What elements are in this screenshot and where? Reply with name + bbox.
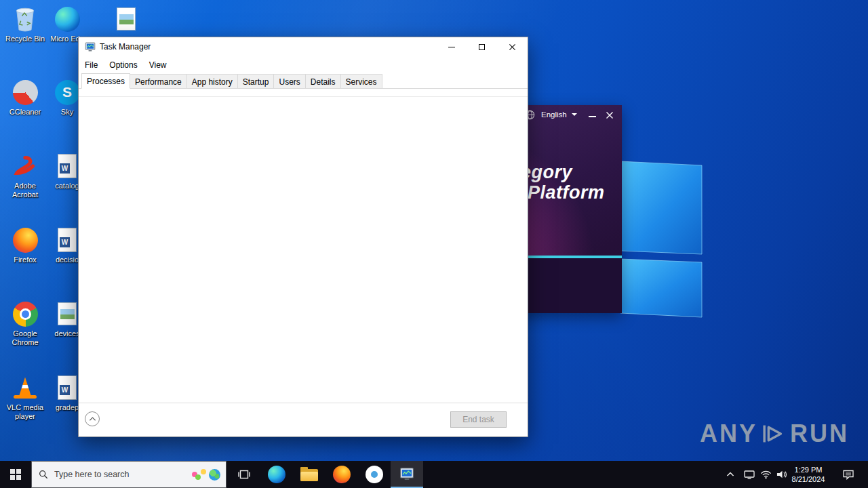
installer-minimize-button[interactable] <box>589 116 596 117</box>
search-input[interactable] <box>54 470 192 479</box>
clock-time: 1:29 PM <box>785 465 831 474</box>
taskbar-app-circle-button[interactable] <box>358 461 391 488</box>
end-task-button[interactable]: End task <box>450 411 507 428</box>
details-toggle-button[interactable] <box>85 411 100 426</box>
taskbar-clock[interactable]: 1:29 PM 8/21/2024 <box>785 465 831 484</box>
taskbar: 1:29 PM 8/21/2024 <box>0 461 868 488</box>
watermark-text-left: ANY <box>700 420 757 448</box>
task-manager-icon <box>399 466 415 481</box>
file-explorer-icon <box>300 468 318 481</box>
menu-bar: File Options View <box>79 56 528 73</box>
tab-services[interactable]: Services <box>340 74 382 88</box>
title-bar: Task Manager <box>79 37 528 56</box>
google-chrome-icon <box>12 300 39 327</box>
desktop-icon-firefox[interactable]: Firefox <box>3 226 47 264</box>
taskbar-task-manager-button[interactable] <box>391 461 423 488</box>
picture-file-icon <box>54 300 81 327</box>
chevron-up-icon <box>89 416 96 422</box>
tab-processes[interactable]: Processes <box>81 73 130 89</box>
icon-label: CCleaner <box>3 108 47 117</box>
skype-icon: S <box>54 79 81 106</box>
word-document-icon: W <box>54 374 81 401</box>
action-center-button[interactable] <box>838 461 859 488</box>
process-list-area <box>79 89 528 403</box>
tray-network-button[interactable] <box>758 461 773 488</box>
close-button[interactable] <box>497 37 528 56</box>
action-center-icon <box>842 469 854 480</box>
display-icon <box>744 470 755 480</box>
desktop-icon-adobe-acrobat[interactable]: Adobe Acrobat <box>3 152 47 199</box>
chevron-down-icon <box>572 113 577 119</box>
app-circle-icon <box>366 466 383 483</box>
menu-view[interactable]: View <box>149 60 167 70</box>
microsoft-edge-icon <box>54 5 81 33</box>
task-view-icon <box>237 468 251 481</box>
recycle-bin-icon <box>12 5 39 33</box>
firefox-icon <box>12 226 39 253</box>
desktop-icon-google-chrome[interactable]: Google Chrome <box>3 300 47 347</box>
clock-date: 8/21/2024 <box>785 474 831 484</box>
desktop-icon-file[interactable] <box>104 5 148 33</box>
picture-file-icon <box>113 5 140 33</box>
taskbar-firefox-button[interactable] <box>326 461 358 488</box>
word-document-icon: W <box>54 226 81 253</box>
task-manager-app-icon <box>85 41 96 52</box>
taskbar-edge-button[interactable] <box>260 461 293 488</box>
desktop-icon-ccleaner[interactable]: CCleaner <box>3 79 47 117</box>
anyrun-play-icon <box>762 419 786 449</box>
tab-details[interactable]: Details <box>305 74 341 88</box>
icon-label: Google Chrome <box>3 329 47 347</box>
anyrun-watermark: ANY RUN <box>700 413 849 454</box>
search-icon <box>39 470 48 479</box>
tab-startup[interactable]: Startup <box>237 74 275 88</box>
icon-label: Recycle Bin <box>3 35 47 43</box>
ccleaner-icon <box>12 79 39 106</box>
watermark-text-right: RUN <box>790 420 849 448</box>
installer-close-button[interactable] <box>605 110 614 120</box>
language-selector[interactable]: English <box>541 110 577 119</box>
task-view-button[interactable] <box>228 461 260 488</box>
taskbar-search-box[interactable] <box>31 461 226 488</box>
window-title: Task Manager <box>100 42 151 52</box>
minimize-button[interactable] <box>436 37 467 56</box>
task-manager-window: Task Manager File Options View Processes… <box>78 37 528 437</box>
menu-file[interactable]: File <box>85 60 98 70</box>
adobe-acrobat-icon <box>12 152 39 180</box>
word-document-icon: W <box>54 152 81 180</box>
window-footer: End task <box>79 403 528 436</box>
desktop-icon-recycle-bin[interactable]: Recycle Bin <box>3 5 47 43</box>
icon-label: VLC media player <box>3 403 47 421</box>
menu-options[interactable]: Options <box>109 60 137 70</box>
chevron-up-icon <box>726 472 734 477</box>
tray-display-button[interactable] <box>742 461 757 488</box>
vlc-icon <box>13 374 37 401</box>
windows-start-icon <box>10 469 21 480</box>
globe-art-icon <box>209 469 220 481</box>
network-icon <box>760 470 772 479</box>
edge-icon <box>268 466 285 483</box>
installer-headline-line2: Platform <box>528 182 605 203</box>
search-highlights-art <box>192 469 220 481</box>
maximize-button[interactable] <box>467 37 497 56</box>
tab-app-history[interactable]: App history <box>186 74 238 88</box>
tray-chevron-button[interactable] <box>723 461 738 488</box>
taskbar-file-explorer-button[interactable] <box>293 461 326 488</box>
desktop-icon-vlc[interactable]: VLC media player <box>3 374 47 421</box>
installer-headline-line1: egory <box>521 162 572 183</box>
tab-performance[interactable]: Performance <box>130 74 187 88</box>
tab-users[interactable]: Users <box>273 74 305 88</box>
icon-label: Firefox <box>3 256 47 264</box>
start-button[interactable] <box>0 461 31 488</box>
language-label: English <box>541 110 567 119</box>
icon-label: Adobe Acrobat <box>3 182 47 199</box>
firefox-icon <box>333 466 351 483</box>
tab-strip: Processes Performance App history Startu… <box>79 73 528 89</box>
